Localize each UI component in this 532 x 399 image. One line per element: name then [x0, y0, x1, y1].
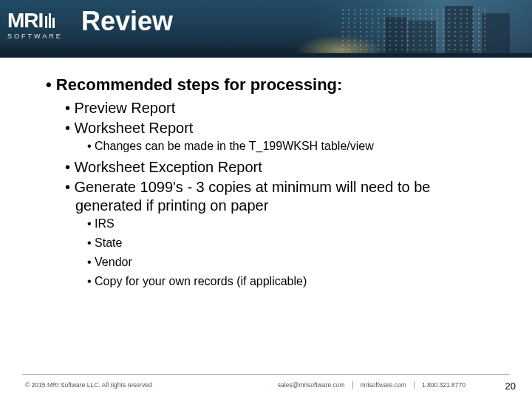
header-banner: MRI SOFTWARE Review — [0, 0, 532, 58]
page-number: 20 — [505, 381, 516, 392]
slide-title: Review — [81, 6, 173, 37]
footer-site: mrisoftware.com — [361, 381, 406, 389]
list-item: Worksheet Report — [46, 119, 489, 137]
footer-copyright: © 2015 MRI Software LLC. All rights rese… — [25, 381, 152, 389]
footer-separator-icon — [352, 381, 353, 389]
header-underline — [0, 53, 532, 58]
brand-logo-text: MRI — [7, 10, 43, 31]
brand-logo-top: MRI — [7, 10, 69, 31]
list-item: Generate 1099's - 3 copies at minimum wi… — [46, 178, 489, 215]
slide-body: Recommended steps for processing: Previe… — [46, 75, 489, 293]
list-subitem: Changes can be made in the T_199WKSH tab… — [46, 139, 489, 154]
body-heading: Recommended steps for processing: — [46, 75, 489, 95]
list-subitem: State — [46, 236, 489, 250]
list-subitem: IRS — [46, 216, 489, 231]
list-subitem: Vendor — [46, 255, 489, 270]
list-subitem: Copy for your own records (if applicable… — [46, 274, 489, 289]
slide-footer: © 2015 MRI Software LLC. All rights rese… — [0, 374, 532, 399]
footer-divider — [22, 374, 510, 375]
footer-email: sales@mrisoftware.com — [278, 381, 345, 389]
footer-phone: 1.800.321.8770 — [422, 381, 466, 389]
brand-logo: MRI SOFTWARE — [7, 10, 69, 47]
brand-logo-bars-icon — [45, 13, 55, 28]
brand-logo-subtext: SOFTWARE — [7, 33, 69, 40]
footer-contact: sales@mrisoftware.com mrisoftware.com 1.… — [278, 381, 466, 389]
list-item: Preview Report — [46, 99, 489, 117]
list-item: Worksheet Exception Report — [46, 158, 489, 177]
slide: MRI SOFTWARE Review Recommended steps fo… — [0, 0, 532, 399]
footer-separator-icon — [414, 381, 415, 389]
